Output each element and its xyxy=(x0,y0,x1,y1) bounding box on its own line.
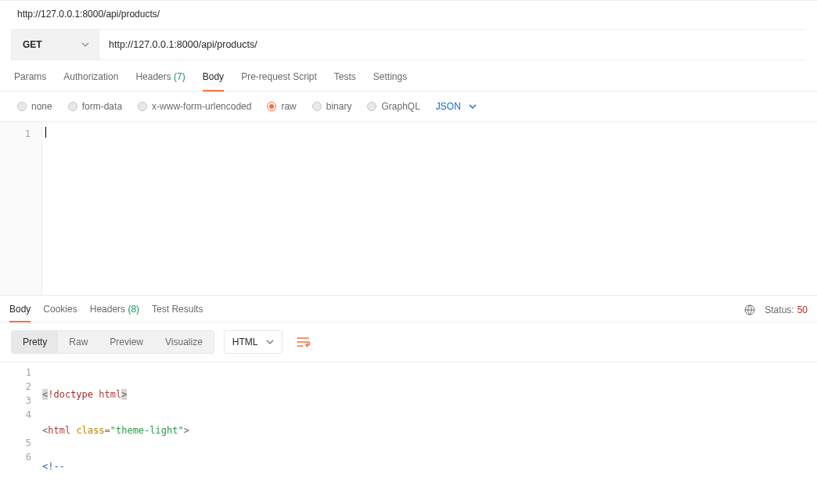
line-number: 3 xyxy=(0,394,31,408)
response-format-label: HTML xyxy=(232,337,258,347)
url-input[interactable] xyxy=(99,30,806,59)
request-tabs: Params Authorization Headers (7) Body Pr… xyxy=(0,60,817,92)
radio-icon xyxy=(68,102,77,111)
code-line: <!-- xyxy=(42,459,817,472)
radio-label: form-data xyxy=(82,101,122,112)
response-code: <!doctype html> <html class="theme-light… xyxy=(42,362,817,472)
resp-tab-testresults[interactable]: Test Results xyxy=(152,304,203,322)
code-line: <html class="theme-light"> xyxy=(42,423,817,437)
line-number xyxy=(0,464,31,478)
tab-headers[interactable]: Headers (7) xyxy=(135,71,185,91)
resp-tab-cookies[interactable]: Cookies xyxy=(43,304,77,322)
chevron-down-icon xyxy=(266,338,274,346)
editor-gutter: 1 xyxy=(0,122,42,295)
response-body[interactable]: 1 2 3 4 5 6 <!doctype html> <html class=… xyxy=(0,362,817,472)
line-number: 1 xyxy=(0,365,31,380)
response-format-select[interactable]: HTML xyxy=(224,330,283,354)
radio-label: x-www-form-urlencoded xyxy=(152,101,251,112)
response-tabs: Body Cookies Headers (8) Test Results St… xyxy=(0,296,817,322)
chevron-down-icon xyxy=(469,103,477,110)
radio-graphql[interactable]: GraphQL xyxy=(367,101,419,112)
tab-authorization[interactable]: Authorization xyxy=(63,71,118,91)
radio-icon xyxy=(138,102,147,111)
body-type-row: none form-data x-www-form-urlencoded raw… xyxy=(0,92,817,122)
resp-tab-headers[interactable]: Headers (8) xyxy=(90,304,139,322)
resp-tab-body[interactable]: Body xyxy=(9,304,31,322)
radio-label: raw xyxy=(281,101,296,112)
body-format-select[interactable]: JSON xyxy=(436,101,477,112)
radio-label: none xyxy=(31,101,52,112)
line-number: 2 xyxy=(0,380,31,394)
line-number: 4 xyxy=(0,408,31,422)
method-select[interactable]: GET xyxy=(12,30,99,59)
status-label: Status: xyxy=(765,304,794,315)
radio-raw[interactable]: raw xyxy=(267,101,296,112)
method-label: GET xyxy=(23,39,42,50)
tab-tests[interactable]: Tests xyxy=(334,71,356,91)
chevron-down-icon xyxy=(81,41,89,49)
radio-formdata[interactable]: form-data xyxy=(68,101,122,112)
view-raw[interactable]: Raw xyxy=(58,331,99,353)
tab-headers-label: Headers xyxy=(135,71,171,82)
tab-params[interactable]: Params xyxy=(14,71,46,91)
view-pretty[interactable]: Pretty xyxy=(12,331,58,353)
radio-icon xyxy=(367,102,376,111)
tab-prerequest[interactable]: Pre-request Script xyxy=(241,71,317,91)
view-mode-segment: Pretty Raw Preview Visualize xyxy=(11,330,214,354)
editor-body[interactable] xyxy=(42,122,817,295)
wrap-lines-button[interactable] xyxy=(292,330,315,354)
line-number: 1 xyxy=(0,127,31,141)
code-line: <!doctype html> xyxy=(42,387,817,401)
tab-headers-count: (7) xyxy=(174,71,185,82)
radio-icon xyxy=(312,102,322,111)
body-format-label: JSON xyxy=(436,101,461,112)
tab-settings[interactable]: Settings xyxy=(373,71,407,91)
response-toolbar: Pretty Raw Preview Visualize HTML xyxy=(0,322,817,362)
resp-headers-label: Headers xyxy=(90,304,125,315)
view-preview[interactable]: Preview xyxy=(99,331,154,353)
tab-body[interactable]: Body xyxy=(203,71,224,92)
radio-binary[interactable]: binary xyxy=(312,101,352,112)
text-cursor xyxy=(45,127,46,138)
radio-icon xyxy=(17,102,27,111)
radio-none[interactable]: none xyxy=(17,101,52,112)
resp-headers-count: (8) xyxy=(128,304,139,315)
request-body-editor[interactable]: 1 xyxy=(0,122,817,296)
line-number: 6 xyxy=(0,450,31,464)
globe-icon[interactable] xyxy=(744,304,755,315)
line-number xyxy=(0,422,31,436)
radio-label: binary xyxy=(326,101,352,112)
line-number: 5 xyxy=(0,436,31,450)
radio-label: GraphQL xyxy=(381,101,419,112)
request-tab-title: http://127.0.0.1:8000/api/products/ xyxy=(0,1,817,29)
radio-xwww[interactable]: x-www-form-urlencoded xyxy=(138,101,251,112)
view-visualize[interactable]: Visualize xyxy=(154,331,214,353)
request-bar: GET xyxy=(11,29,806,60)
response-gutter: 1 2 3 4 5 6 xyxy=(0,362,42,472)
radio-icon xyxy=(267,102,276,111)
status-value: 50 xyxy=(797,304,808,315)
